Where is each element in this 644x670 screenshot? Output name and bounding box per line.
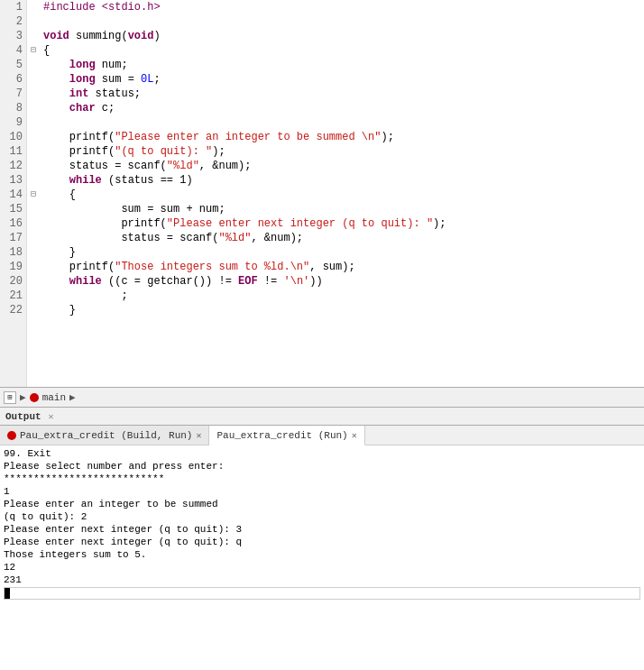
code-line-21: ; bbox=[43, 289, 640, 303]
breadcrumb-arrow1: ▶ bbox=[20, 391, 26, 403]
fold-5 bbox=[27, 58, 40, 72]
output-line-9: Those integers sum to 5. bbox=[4, 548, 640, 561]
fold-9 bbox=[27, 115, 40, 130]
fold-4[interactable]: ⊟ bbox=[27, 43, 40, 58]
fold-3 bbox=[27, 29, 40, 43]
line-num-22: 22 bbox=[0, 303, 26, 317]
fold-12 bbox=[27, 159, 40, 173]
code-line-4: { bbox=[43, 43, 640, 58]
code-line-16: printf("Please enter next integer (q to … bbox=[43, 216, 640, 231]
line-num-8: 8 bbox=[0, 101, 26, 115]
line-num-9: 9 bbox=[0, 115, 26, 130]
code-line-18: } bbox=[43, 245, 640, 260]
code-line-2 bbox=[43, 14, 640, 29]
code-line-13: while (status == 1) bbox=[43, 173, 640, 188]
output-header-x[interactable]: ✕ bbox=[49, 411, 54, 422]
output-panel: Output ✕ Pau_extra_credit (Build, Run) ✕… bbox=[0, 408, 644, 670]
line-num-11: 11 bbox=[0, 144, 26, 159]
run-icon bbox=[30, 393, 39, 402]
line-num-13: 13 bbox=[0, 173, 26, 188]
code-line-12: status = scanf("%ld", &num); bbox=[43, 159, 640, 173]
code-line-5: long num; bbox=[43, 58, 640, 72]
code-line-22: } bbox=[43, 303, 640, 317]
output-line-2: Please select number and press enter: bbox=[4, 460, 640, 473]
fold-18 bbox=[27, 245, 40, 260]
line-num-17: 17 bbox=[0, 231, 26, 245]
code-line-3: void summing(void) bbox=[43, 29, 640, 43]
output-cursor bbox=[5, 588, 10, 599]
tab-build-run[interactable]: Pau_extra_credit (Build, Run) ✕ bbox=[0, 426, 209, 445]
line-num-3: 3 bbox=[0, 29, 26, 43]
output-tabs: Pau_extra_credit (Build, Run) ✕ Pau_extr… bbox=[0, 426, 644, 445]
tab-run-label: Pau_extra_credit (Run) bbox=[216, 430, 347, 441]
line-num-1: 1 bbox=[0, 0, 26, 14]
fold-8 bbox=[27, 101, 40, 115]
line-num-10: 10 bbox=[0, 130, 26, 144]
tab-run[interactable]: Pau_extra_credit (Run) ✕ bbox=[209, 426, 364, 445]
line-num-4: 4 bbox=[0, 43, 26, 58]
output-content[interactable]: 99. Exit Please select number and press … bbox=[0, 445, 644, 670]
code-line-6: long sum = 0L; bbox=[43, 72, 640, 87]
output-line-4: 1 bbox=[4, 485, 640, 498]
fold-20 bbox=[27, 274, 40, 289]
output-line-1: 99. Exit bbox=[4, 447, 640, 460]
fold-13 bbox=[27, 173, 40, 188]
fold-16 bbox=[27, 216, 40, 231]
code-line-20: while ((c = getchar()) != EOF != '\n')) bbox=[43, 274, 640, 289]
output-line-3: *************************** bbox=[4, 473, 640, 485]
fold-22 bbox=[27, 303, 40, 317]
output-line-10: 12 bbox=[4, 561, 640, 574]
line-num-20: 20 bbox=[0, 274, 26, 289]
output-line-11: 231 bbox=[4, 574, 640, 586]
breadcrumb-icon1[interactable]: ⊞ bbox=[4, 391, 16, 404]
line-num-21: 21 bbox=[0, 289, 26, 303]
output-input-area[interactable] bbox=[4, 587, 640, 600]
line-num-14: 14 bbox=[0, 188, 26, 202]
output-line-7: Please enter next integer (q to quit): 3 bbox=[4, 523, 640, 536]
line-num-12: 12 bbox=[0, 159, 26, 173]
fold-21 bbox=[27, 289, 40, 303]
tab-run-close[interactable]: ✕ bbox=[352, 430, 357, 441]
tab-build-run-icon bbox=[7, 431, 16, 440]
fold-14[interactable]: ⊟ bbox=[27, 188, 40, 202]
line-num-16: 16 bbox=[0, 216, 26, 231]
breadcrumb-arrow2: ▶ bbox=[69, 391, 76, 403]
fold-10 bbox=[27, 130, 40, 144]
fold-17 bbox=[27, 231, 40, 245]
output-header-label: Output bbox=[5, 411, 41, 422]
fold-19 bbox=[27, 260, 40, 274]
output-line-5: Please enter an integer to be summed bbox=[4, 498, 640, 510]
line-num-15: 15 bbox=[0, 202, 26, 216]
fold-1 bbox=[27, 0, 40, 14]
code-content[interactable]: #include <stdio.h> void summing(void) { … bbox=[40, 0, 644, 387]
code-line-11: printf("(q to quit): "); bbox=[43, 144, 640, 159]
output-line-6: (q to quit): 2 bbox=[4, 510, 640, 523]
tab-build-run-label: Pau_extra_credit (Build, Run) bbox=[20, 430, 192, 441]
line-num-6: 6 bbox=[0, 72, 26, 87]
code-line-7: int status; bbox=[43, 87, 640, 101]
code-line-15: sum = sum + num; bbox=[43, 202, 640, 216]
fold-15 bbox=[27, 202, 40, 216]
code-editor[interactable]: 1 2 3 4 5 6 7 8 9 10 11 12 13 14 15 16 1… bbox=[0, 0, 644, 388]
breadcrumb-bar: ⊞ ▶ main ▶ bbox=[0, 388, 644, 408]
line-numbers: 1 2 3 4 5 6 7 8 9 10 11 12 13 14 15 16 1… bbox=[0, 0, 27, 387]
fold-2 bbox=[27, 14, 40, 29]
line-num-5: 5 bbox=[0, 58, 26, 72]
line-num-2: 2 bbox=[0, 14, 26, 29]
line-num-7: 7 bbox=[0, 87, 26, 101]
tab-build-run-close[interactable]: ✕ bbox=[196, 430, 201, 441]
code-line-19: printf("Those integers sum to %ld.\n", s… bbox=[43, 260, 640, 274]
code-line-9 bbox=[43, 115, 640, 130]
fold-6 bbox=[27, 72, 40, 87]
code-line-17: status = scanf("%ld", &num); bbox=[43, 231, 640, 245]
code-line-8: char c; bbox=[43, 101, 640, 115]
breadcrumb-label-main: main bbox=[42, 392, 66, 403]
code-line-10: printf("Please enter an integer to be su… bbox=[43, 130, 640, 144]
output-header: Output ✕ bbox=[0, 408, 644, 426]
line-num-19: 19 bbox=[0, 260, 26, 274]
fold-11 bbox=[27, 144, 40, 159]
code-line-14: { bbox=[43, 188, 640, 202]
fold-markers: ⊟ ⊟ bbox=[27, 0, 40, 387]
output-line-8: Please enter next integer (q to quit): q bbox=[4, 536, 640, 548]
line-num-18: 18 bbox=[0, 245, 26, 260]
